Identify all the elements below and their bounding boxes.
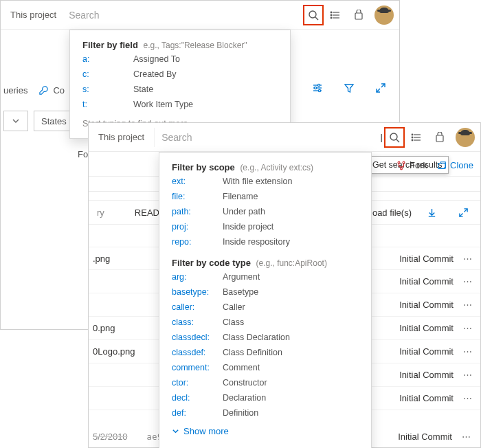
svg-point-5 xyxy=(331,12,332,13)
filter-row[interactable]: basetype:Basetype xyxy=(172,286,359,298)
svg-line-1 xyxy=(315,17,318,20)
filter-row[interactable]: t:Work Item Type xyxy=(82,98,278,111)
more-icon[interactable]: ⋯ xyxy=(460,254,475,264)
svg-point-23 xyxy=(412,137,413,138)
svg-line-31 xyxy=(459,213,462,216)
filter-row[interactable]: decl:Declaration xyxy=(172,392,359,404)
filter-icon[interactable] xyxy=(337,76,361,100)
filter-value: Assigned To xyxy=(133,53,180,65)
file-name: .png xyxy=(93,254,110,264)
filter-row[interactable]: file:Filename xyxy=(172,190,359,203)
show-more[interactable]: Show more xyxy=(172,426,359,436)
filter-key: arg: xyxy=(172,271,223,283)
more-icon[interactable]: ⋯ xyxy=(460,370,475,380)
filter-title: Filter by field xyxy=(82,40,138,50)
commit-msg[interactable]: Initial Commit xyxy=(398,432,454,442)
dropdown-generic[interactable] xyxy=(3,111,28,131)
filter-value: Class Declaration xyxy=(223,331,290,344)
filter-row[interactable]: arg:Argument xyxy=(172,271,359,283)
filter-row[interactable]: a:Assigned To xyxy=(82,53,278,65)
more-icon[interactable]: ⋯ xyxy=(460,393,475,403)
scope-label[interactable]: This project xyxy=(89,132,154,142)
svg-point-24 xyxy=(412,139,413,141)
filter-row[interactable]: ctor:Constructor xyxy=(172,377,359,389)
filter-key: decl: xyxy=(172,392,223,404)
expand-icon[interactable] xyxy=(369,76,392,100)
commit-msg: Initial Commit xyxy=(399,393,460,403)
avatar[interactable] xyxy=(456,128,475,147)
scope-example: (e.g., Activity ext:cs) xyxy=(240,163,313,172)
filter-key: classdef: xyxy=(172,346,223,359)
svg-line-18 xyxy=(396,139,399,142)
more-icon[interactable]: ⋯ xyxy=(460,346,475,357)
filter-value: Filename xyxy=(223,190,258,203)
expand-icon[interactable] xyxy=(451,201,475,224)
scope-label[interactable]: This project xyxy=(1,10,66,20)
filter-row[interactable]: proj:Inside project xyxy=(172,221,359,233)
filter-row[interactable]: caller:Caller xyxy=(172,301,359,313)
filter-row[interactable]: classdef:Class Definition xyxy=(172,346,359,359)
filter-value: Definition xyxy=(223,407,258,419)
more-icon[interactable]: ⋯ xyxy=(459,432,473,442)
svg-line-15 xyxy=(381,84,385,87)
filter-value: Created By xyxy=(133,68,177,80)
filter-key: c: xyxy=(82,68,133,80)
svg-point-22 xyxy=(412,134,413,135)
filter-key: a: xyxy=(82,53,133,65)
chevron-down-icon xyxy=(12,117,20,125)
filter-row[interactable]: c:Created By xyxy=(82,68,278,80)
svg-point-7 xyxy=(331,17,332,19)
svg-point-0 xyxy=(309,11,316,18)
filter-row[interactable]: path:Under path xyxy=(172,205,359,218)
search-icon xyxy=(389,132,400,143)
filter-row[interactable]: comment:Comment xyxy=(172,361,359,374)
front-window: This project | Get search results Fork C… xyxy=(88,122,481,448)
avatar[interactable] xyxy=(374,5,394,25)
more-icon[interactable]: ⋯ xyxy=(460,300,475,310)
svg-point-12 xyxy=(314,87,316,89)
commit-msg: Initial Commit xyxy=(399,323,460,333)
settings-sliders-icon[interactable] xyxy=(306,76,329,100)
states-dropdown[interactable]: States xyxy=(34,111,74,131)
filter-value: Argument xyxy=(223,271,260,283)
date-fragment: 5/2/2010 xyxy=(93,432,128,442)
commit-msg: Initial Commit xyxy=(399,276,460,287)
filter-row[interactable]: s:State xyxy=(82,83,278,96)
commit-msg: Initial Commit xyxy=(399,300,460,310)
search-button[interactable] xyxy=(303,5,324,25)
filter-row[interactable]: classdecl:Class Declaration xyxy=(172,331,359,344)
download-icon[interactable] xyxy=(420,201,443,224)
customize-button[interactable]: Co xyxy=(33,80,70,100)
svg-point-26 xyxy=(398,161,400,164)
queries-fragment[interactable]: ueries xyxy=(3,85,27,96)
search-input[interactable] xyxy=(66,5,303,25)
filter-key: classdecl: xyxy=(172,331,223,344)
file-name: 0.png xyxy=(93,323,115,333)
more-icon[interactable]: ⋯ xyxy=(460,323,475,333)
history-tail[interactable]: ry xyxy=(93,208,104,218)
fo-fragment: Fo xyxy=(78,149,88,159)
search-button[interactable] xyxy=(384,127,405,148)
filter-row[interactable]: def:Definition xyxy=(172,407,359,419)
svg-line-30 xyxy=(464,208,467,212)
filter-value: Inside project xyxy=(223,221,273,233)
filter-key: ctor: xyxy=(172,377,223,389)
list-icon[interactable] xyxy=(324,3,347,27)
filter-key: caller: xyxy=(172,301,223,313)
more-icon[interactable]: ⋯ xyxy=(460,276,475,287)
bag-icon[interactable] xyxy=(347,3,370,27)
filter-value: Inside respository xyxy=(223,236,290,248)
svg-point-27 xyxy=(403,161,405,164)
filter-row[interactable]: class:Class xyxy=(172,316,359,328)
filter-value: State xyxy=(133,83,153,96)
filter-row[interactable]: repo:Inside respository xyxy=(172,236,359,248)
bag-icon[interactable] xyxy=(428,126,451,149)
filter-row[interactable]: ext:With file extension xyxy=(172,175,359,188)
filter-value: Under path xyxy=(223,205,265,218)
list-icon[interactable] xyxy=(405,126,428,149)
chevron-down-icon xyxy=(172,427,179,435)
search-input[interactable] xyxy=(154,128,376,147)
filter-value: Constructor xyxy=(223,377,267,389)
commit-msg: Initial Commit xyxy=(399,346,460,357)
front-searchbar: This project | xyxy=(89,123,480,152)
